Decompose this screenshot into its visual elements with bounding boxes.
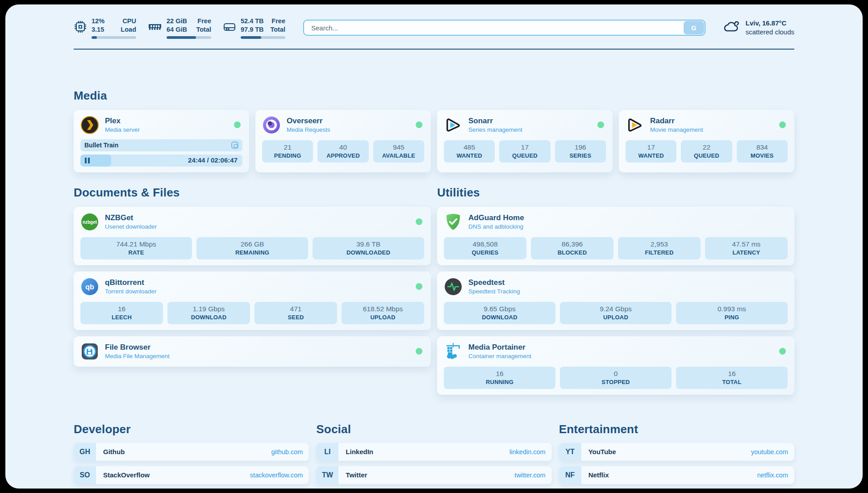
card-radarr[interactable]: Radarr Movie management 17WANTED 22QUEUE… [619, 110, 794, 172]
link-stackoverflow[interactable]: SO StackOverflow stackoverflow.com [74, 466, 309, 484]
plex-icon [80, 116, 99, 134]
stat-tile: 17QUEUED [499, 140, 550, 163]
cpu-progress-fill [92, 36, 97, 39]
link-url[interactable]: netflix.com [757, 472, 788, 479]
card-speedtest[interactable]: Speedtest Speedtest Tracking 9.65 GbpsDO… [437, 272, 794, 330]
disk-value-top: 52.4 TB [241, 17, 264, 25]
dashboard-window: 12% CPU 3.15 Load [5, 4, 863, 489]
service-title: Speedtest [468, 278, 788, 287]
link-abbr: YT [559, 443, 581, 461]
stat-tile: 2,953FILTERED [618, 237, 701, 259]
link-netflix[interactable]: NF Netflix netflix.com [559, 466, 794, 484]
stat-tile: 1.19 GbpsDOWNLOAD [167, 302, 250, 324]
link-url[interactable]: github.com [271, 448, 303, 455]
card-sonarr[interactable]: Sonarr Series management 485WANTED 17QUE… [437, 110, 613, 172]
playback-time: 24:44 / 02:06:47 [188, 156, 238, 164]
pause-icon[interactable] [85, 158, 90, 163]
memory-progress-fill [167, 36, 196, 39]
status-dot-online [597, 121, 604, 128]
stat-tile: 40APPROVED [317, 140, 368, 163]
service-title: NZBGet [105, 213, 410, 222]
memory-label-top: Free [197, 17, 211, 25]
disk-label-bottom: Total [270, 25, 285, 34]
stat-tile: 498,508QUERIES [444, 237, 526, 259]
cloud-icon [722, 19, 740, 36]
adguard-icon [444, 213, 463, 231]
link-abbr: TW [316, 466, 338, 484]
disk-value-bottom: 97.9 TB [241, 25, 264, 34]
section-title-social: Social [316, 422, 551, 436]
service-title: Media Portainer [468, 343, 773, 352]
svg-text:nzbget: nzbget [83, 220, 97, 225]
weather-condition: scattered clouds [746, 28, 794, 37]
link-youtube[interactable]: YT YouTube youtube.com [559, 443, 794, 461]
section-title-utilities: Utilities [437, 186, 794, 200]
link-abbr: GH [74, 443, 96, 461]
stat-tile: 196SERIES [555, 140, 606, 163]
stat-tile: 21PENDING [262, 140, 313, 163]
link-abbr: LI [316, 443, 338, 461]
link-url[interactable]: linkedin.com [509, 448, 546, 455]
playback-progress-bar[interactable]: 24:44 / 02:06:47 [80, 155, 242, 167]
status-dot-online [416, 218, 422, 225]
service-subtitle: Media File Management [105, 353, 410, 359]
service-title: Overseerr [287, 117, 410, 125]
service-subtitle: Speedtest Tracking [468, 288, 788, 295]
svg-text:qb: qb [85, 283, 94, 291]
service-subtitle: Series management [468, 126, 592, 133]
service-subtitle: Usenet downloader [105, 223, 410, 230]
stat-tile: 16RUNNING [444, 367, 555, 389]
status-dot-online [416, 348, 422, 355]
stat-tile: 39.6 TBDOWNLOADED [313, 237, 424, 259]
status-dot-online [234, 121, 241, 128]
link-url[interactable]: stackoverflow.com [250, 472, 303, 479]
service-title: AdGuard Home [468, 213, 788, 222]
link-url[interactable]: twitter.com [514, 472, 545, 479]
link-name: YouTube [588, 448, 616, 455]
disk-stat-widget: 52.4 TB Free 97.9 TB Total [223, 17, 285, 39]
link-linkedin[interactable]: LI LinkedIn linkedin.com [316, 443, 551, 461]
link-abbr: NF [559, 466, 581, 484]
memory-stat-widget: 22 GiB Free 64 GiB Total [148, 17, 211, 39]
card-nzbget[interactable]: nzbget NZBGet Usenet downloader 744.21 M… [74, 207, 431, 265]
card-filebrowser[interactable]: File Browser Media File Management [74, 336, 431, 367]
stat-tile: 16LEECH [80, 302, 163, 324]
service-title: File Browser [105, 343, 410, 352]
card-portainer[interactable]: Media Portainer Container management 16R… [437, 336, 794, 395]
link-url[interactable]: youtube.com [751, 448, 788, 455]
stat-tile: 16TOTAL [676, 367, 788, 389]
link-abbr: SO [74, 466, 96, 484]
service-title: qBittorrent [105, 278, 410, 287]
weather-widget: Lviv, 16.87°C scattered clouds [722, 19, 794, 37]
link-github[interactable]: GH Github github.com [74, 443, 309, 461]
qbittorrent-icon: qb [80, 277, 99, 296]
stat-tile: 86,396BLOCKED [531, 237, 613, 259]
stat-tile: 485WANTED [444, 140, 495, 163]
disk-progress-track [241, 36, 285, 39]
link-name: Netflix [588, 471, 609, 479]
stat-tile: 744.21 MbpsRATE [80, 237, 192, 259]
weather-location-temp: Lviv, 16.87°C [746, 19, 794, 28]
links-column-entertainment: Entertainment YT YouTube youtube.com NF … [559, 422, 794, 489]
card-qbittorrent[interactable]: qb qBittorrent Torrent downloader 16LEEC… [74, 272, 431, 330]
link-name: LinkedIn [346, 448, 373, 455]
cpu-value-bottom: 3.15 [92, 25, 104, 34]
camera-icon[interactable] [231, 142, 238, 149]
service-title: Plex [105, 117, 228, 125]
cpu-progress-track [92, 36, 136, 39]
search-input[interactable] [303, 20, 705, 36]
top-bar: 12% CPU 3.15 Load [74, 4, 794, 39]
stat-tile: 47.57 msLATENCY [705, 237, 788, 259]
card-overseerr[interactable]: Overseerr Media Requests 21PENDING 40APP… [255, 110, 431, 172]
link-name: Twitter [346, 471, 367, 479]
link-twitter[interactable]: TW Twitter twitter.com [316, 466, 551, 484]
card-plex[interactable]: Plex Media server Bullet Train 24:44 / 0… [74, 110, 249, 172]
card-adguard[interactable]: AdGuard Home DNS and adblocking 498,508Q… [437, 207, 794, 265]
search-bar: G [303, 20, 705, 36]
cpu-label-bottom: Load [121, 25, 136, 34]
stat-tile: 834MOVIES [737, 140, 788, 163]
service-subtitle: Torrent downloader [105, 288, 410, 295]
search-engine-button[interactable]: G [684, 21, 704, 34]
status-dot-online [416, 121, 422, 128]
cpu-stat-widget: 12% CPU 3.15 Load [74, 17, 136, 39]
